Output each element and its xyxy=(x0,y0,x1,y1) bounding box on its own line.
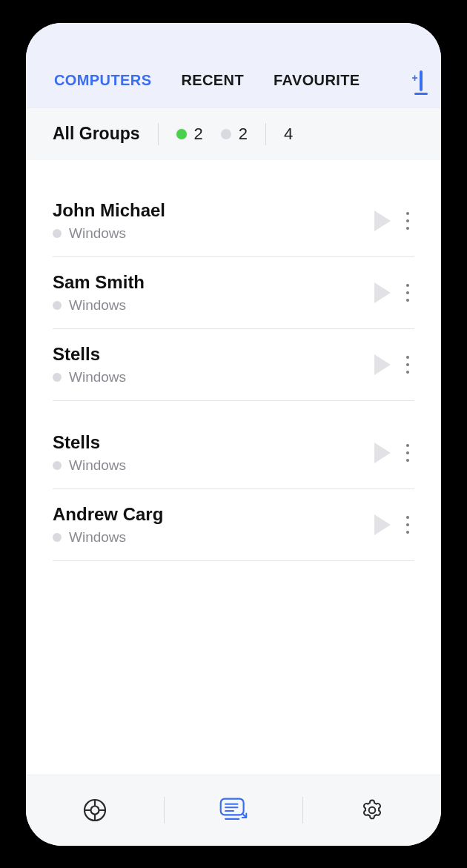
status-dot-icon xyxy=(53,229,62,238)
header: COMPUTERS RECENT FAVOURITE + xyxy=(26,23,441,107)
computer-name: Stells xyxy=(53,344,364,365)
computer-os: Windows xyxy=(69,457,126,474)
status-dot-icon xyxy=(53,373,62,382)
online-count-value: 2 xyxy=(194,125,203,144)
more-menu-button[interactable] xyxy=(401,513,414,537)
computer-os: Windows xyxy=(69,297,126,314)
list-item[interactable]: Andrew Carg Windows xyxy=(53,489,414,561)
more-menu-button[interactable] xyxy=(401,281,414,305)
computer-subtitle: Windows xyxy=(53,297,364,314)
computer-name: Stells xyxy=(53,432,364,453)
list-item[interactable]: John Michael Windows xyxy=(53,185,414,257)
computer-subtitle: Windows xyxy=(53,225,364,242)
computer-list: John Michael Windows Sam Smith Windows xyxy=(26,160,441,775)
list-item[interactable]: Sam Smith Windows xyxy=(53,257,414,329)
status-dot-icon xyxy=(53,301,62,310)
status-dot-icon xyxy=(53,533,62,542)
computer-os: Windows xyxy=(69,225,126,242)
more-menu-button[interactable] xyxy=(401,209,414,233)
total-count-value: 4 xyxy=(284,125,293,144)
nav-divider xyxy=(302,797,303,824)
total-count: 4 xyxy=(284,125,293,144)
svg-point-1 xyxy=(91,806,99,815)
status-dot-online-icon xyxy=(176,129,187,139)
more-menu-button[interactable] xyxy=(401,353,414,377)
nav-settings-button[interactable] xyxy=(357,795,387,825)
online-count: 2 xyxy=(176,125,203,144)
connect-button[interactable] xyxy=(374,282,391,303)
nav-support-button[interactable] xyxy=(80,795,110,825)
list-item[interactable]: Stells Windows xyxy=(53,329,414,401)
connect-button[interactable] xyxy=(374,443,391,463)
computer-subtitle: Windows xyxy=(53,529,364,546)
offline-count-value: 2 xyxy=(239,125,248,144)
connect-button[interactable] xyxy=(374,354,391,375)
computers-list-icon xyxy=(219,795,248,825)
gear-icon xyxy=(359,797,385,824)
svg-point-11 xyxy=(369,807,376,814)
connect-button[interactable] xyxy=(374,514,391,535)
tab-favourite[interactable]: FAVOURITE xyxy=(274,72,360,89)
group-summary: All Groups 2 2 4 xyxy=(26,107,441,160)
tab-bar: COMPUTERS RECENT FAVOURITE + xyxy=(26,70,441,107)
connect-button[interactable] xyxy=(374,211,391,231)
add-computer-button[interactable]: + xyxy=(420,70,423,91)
more-menu-button[interactable] xyxy=(401,441,414,465)
computer-name: Sam Smith xyxy=(53,272,364,293)
bottom-nav xyxy=(26,775,441,846)
divider xyxy=(265,123,266,145)
plus-icon: + xyxy=(411,73,417,83)
list-item[interactable]: Stells Windows xyxy=(53,417,414,489)
offline-count: 2 xyxy=(221,125,248,144)
divider xyxy=(158,123,159,145)
app-device-frame: COMPUTERS RECENT FAVOURITE + All Groups … xyxy=(26,23,441,846)
computer-os: Windows xyxy=(69,369,126,385)
status-dot-icon xyxy=(53,461,62,470)
lifebuoy-icon xyxy=(82,797,108,824)
nav-divider xyxy=(164,797,165,824)
group-title[interactable]: All Groups xyxy=(53,124,140,144)
nav-computers-button[interactable] xyxy=(219,795,248,825)
computer-subtitle: Windows xyxy=(53,369,364,385)
computer-subtitle: Windows xyxy=(53,457,364,474)
tab-computers[interactable]: COMPUTERS xyxy=(54,72,151,89)
computer-name: John Michael xyxy=(53,200,364,221)
tab-recent[interactable]: RECENT xyxy=(181,72,244,89)
status-dot-offline-icon xyxy=(221,129,231,139)
computer-name: Andrew Carg xyxy=(53,504,364,525)
computer-os: Windows xyxy=(69,529,126,546)
